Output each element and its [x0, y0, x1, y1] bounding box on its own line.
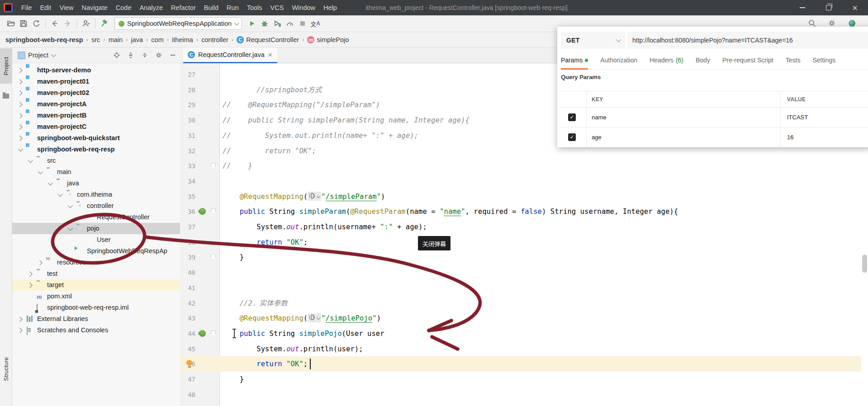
tree-chevron-icon[interactable] [17, 328, 22, 333]
tree-item-src[interactable]: src [12, 155, 180, 166]
menu-item-tools[interactable]: Tools [243, 4, 266, 11]
tree-chevron-icon[interactable] [17, 113, 22, 118]
forward-icon[interactable] [61, 18, 74, 29]
menu-item-help[interactable]: Help [319, 4, 341, 11]
stripe-tab-project[interactable]: Project [0, 48, 12, 84]
coverage-icon[interactable] [271, 18, 284, 29]
menu-item-window[interactable]: Window [288, 4, 319, 11]
tree-item-maven-projecta[interactable]: maven-projectA [12, 99, 180, 110]
tree-chevron-icon[interactable] [27, 283, 32, 288]
param-value[interactable]: 16 [787, 134, 793, 141]
code-line-31[interactable]: // System.out.println(name+ ":" + age); [223, 128, 418, 143]
checkbox-checked[interactable]: ✓ [568, 133, 576, 141]
tree-chevron-icon[interactable] [17, 68, 22, 73]
open-folder-icon[interactable] [5, 18, 17, 29]
build-hammer-icon[interactable] [98, 18, 111, 29]
menu-item-refactor[interactable]: Refactor [167, 4, 200, 11]
tree-item-scratches-and-consoles[interactable]: Scratches and Consoles [12, 325, 180, 336]
code-line-44[interactable]: public String simplePojo(User user [223, 326, 384, 341]
tree-item-requestcontroller[interactable]: RequestController [12, 212, 180, 223]
request-tab-pre-request-script[interactable]: Pre-request Script [722, 57, 773, 64]
tree-chevron-icon[interactable] [17, 124, 22, 129]
code-line-47[interactable]: } [223, 372, 244, 387]
tree-item-springboot-web-quickstart[interactable]: springboot-web-quickstart [12, 132, 180, 144]
tree-chevron-icon[interactable] [58, 192, 63, 197]
url-mapping-globe-icon[interactable] [308, 313, 321, 322]
user-icon[interactable] [80, 18, 92, 29]
breadcrumb-item-requestcontroller[interactable]: CRequestController [237, 36, 299, 43]
tree-item-java[interactable]: java [12, 178, 180, 189]
minimize-button[interactable] [789, 0, 816, 15]
tree-chevron-icon[interactable] [38, 169, 43, 174]
tree-chevron-icon[interactable] [68, 226, 73, 231]
code-line-37[interactable]: System.out.println(username+ ":" + age); [223, 219, 427, 235]
tree-chevron-icon[interactable] [27, 271, 32, 276]
tree-item-springboot-web-req-resp-iml[interactable]: springboot-web-req-resp.iml [12, 302, 180, 313]
scrollbar-thumb[interactable] [862, 255, 867, 273]
chevron-down-icon[interactable] [51, 52, 56, 57]
menu-item-analyze[interactable]: Analyze [135, 4, 167, 11]
tree-item-maven-projectc[interactable]: maven-projectC [12, 121, 180, 132]
tree-item-resources[interactable]: resources [12, 257, 180, 268]
tree-item-maven-project01[interactable]: maven-project01 [12, 76, 180, 87]
breadcrumb-item-main[interactable]: main [109, 36, 123, 43]
maximize-button[interactable] [816, 0, 842, 15]
run-configuration-select[interactable]: SpringbootWebReqRespApplication [114, 17, 242, 30]
breadcrumb-item-com[interactable]: com [151, 36, 163, 43]
breadcrumb-item-src[interactable]: src [91, 36, 100, 43]
tree-chevron-icon[interactable] [17, 136, 22, 141]
menu-item-build[interactable]: Build [200, 4, 223, 11]
close-button[interactable]: ✕ [842, 0, 868, 15]
project-action-expand-all-icon[interactable] [127, 52, 134, 59]
checkbox-checked[interactable]: ✓ [568, 113, 576, 121]
menu-item-run[interactable]: Run [223, 4, 243, 11]
menu-item-view[interactable]: View [55, 4, 77, 11]
tree-chevron-icon[interactable] [17, 79, 22, 84]
code-line-36[interactable]: public String simpleParam(@RequestParam(… [223, 204, 678, 219]
code-line-32[interactable]: // return "OK"; [223, 143, 316, 159]
stripe-tab-structure[interactable]: Structure [0, 349, 12, 388]
tree-item-external-libraries[interactable]: External Libraries [12, 313, 180, 325]
tree-item-user[interactable]: User [12, 234, 180, 245]
menu-item-navigate[interactable]: Navigate [78, 4, 112, 11]
tree-item-target[interactable]: target [12, 279, 180, 291]
project-action-hide-icon[interactable] [169, 52, 176, 59]
sync-icon[interactable] [30, 18, 43, 29]
method-select[interactable]: GET [561, 32, 625, 49]
url-input[interactable]: http://localhost:8080/simplePojo?name=IT… [628, 32, 868, 49]
menu-item-edit[interactable]: Edit [36, 4, 55, 11]
tree-item-com-itheima[interactable]: com.itheima [12, 189, 180, 200]
save-icon[interactable] [17, 18, 30, 29]
code-line-28[interactable]: //springboot方式 [223, 82, 322, 98]
tree-item-pom-xml[interactable]: mpom.xml [12, 291, 180, 302]
tree-chevron-icon[interactable] [18, 146, 23, 151]
param-value[interactable]: ITCAST [787, 114, 808, 121]
request-tab-authorization[interactable]: Authorization [600, 57, 637, 64]
favorites-folder-icon[interactable] [3, 94, 9, 99]
code-line-35[interactable]: @RequestMapping("/simpleParam") [223, 189, 385, 204]
tree-chevron-icon[interactable] [68, 203, 73, 208]
tree-chevron-icon[interactable] [37, 260, 42, 265]
menu-item-vcs[interactable]: VCS [266, 4, 288, 11]
close-danmaku-button[interactable]: 关闭弹幕 [418, 236, 451, 250]
tree-item-test[interactable]: test [12, 268, 180, 279]
request-tab-headers[interactable]: Headers(6) [650, 57, 683, 64]
request-tab-body[interactable]: Body [696, 57, 710, 64]
param-key[interactable]: name [592, 114, 607, 121]
breadcrumb-item-controller[interactable]: controller [201, 36, 228, 43]
translate-icon[interactable]: 文A [309, 18, 322, 29]
tree-chevron-icon[interactable] [17, 316, 22, 321]
tree-item-pojo[interactable]: pojo [12, 223, 180, 234]
profiler-icon[interactable] [284, 18, 296, 29]
menu-item-file[interactable]: File [17, 4, 36, 11]
tree-item-maven-projectb[interactable]: maven-projectB [12, 110, 180, 121]
code-line-45[interactable]: System.out.println(user); [223, 341, 363, 357]
tree-item-main[interactable]: main [12, 166, 180, 178]
breadcrumb-item-itheima[interactable]: itheima [172, 36, 193, 43]
close-tab-icon[interactable]: ✕ [268, 52, 273, 58]
code-line-33[interactable]: // } [223, 158, 252, 174]
tree-chevron-icon[interactable] [17, 102, 22, 107]
tree-item-controller[interactable]: controller [12, 200, 180, 212]
stop-icon[interactable] [296, 18, 309, 29]
request-tab-settings[interactable]: Settings [812, 57, 835, 64]
